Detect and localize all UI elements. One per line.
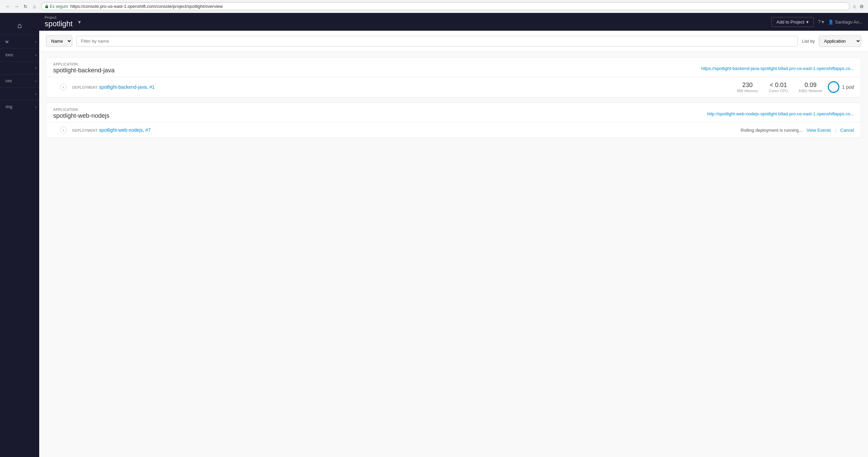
project-dropdown-button[interactable]: ▾ xyxy=(77,17,82,27)
user-icon: 👤 xyxy=(828,19,834,25)
help-label: ? xyxy=(818,19,821,25)
deploy-name-backend-java[interactable]: spotlight-backend-java, #1 xyxy=(99,84,154,90)
extensions-icon: ⚙ xyxy=(859,4,864,9)
rolling-text: Rolling deployment is running... xyxy=(740,128,802,133)
filter-input[interactable] xyxy=(76,36,798,46)
cpu-value: < 0.01 xyxy=(769,82,788,89)
network-label: KiB/s Network xyxy=(799,89,822,93)
chevron-right-icon: › xyxy=(35,105,36,109)
listby-label: List by xyxy=(802,39,815,44)
app-url-web-nodejs[interactable]: http://spotlight-web-nodejs-spotlight.b9… xyxy=(707,111,854,116)
expand-deployment-button[interactable]: › xyxy=(60,84,67,90)
top-nav: Project spotlight ▾ Add to Project ▾ ? ▾… xyxy=(39,13,868,31)
secure-badge: Es seguro xyxy=(45,4,68,9)
listby-select[interactable]: Application Type Name xyxy=(819,35,861,47)
app-name-backend-java: spotlight-backend-java xyxy=(53,67,115,74)
chevron-right-icon: › xyxy=(35,53,36,57)
project-info: Project spotlight xyxy=(45,15,73,28)
application-block-backend-java: APPLICATION spotlight-backend-java https… xyxy=(46,57,861,97)
sidebar-item-storage[interactable]: › xyxy=(0,87,39,100)
memory-label: MiB Memory xyxy=(737,89,758,93)
separator: | xyxy=(835,128,836,133)
sidebar-item-resources-label: ces xyxy=(5,78,12,83)
deployment-row-backend-java: › DEPLOYMENT spotlight-backend-java, #1 … xyxy=(46,77,861,97)
memory-metric: 230 MiB Memory xyxy=(737,82,758,93)
deploy-info-backend-java: DEPLOYMENT spotlight-backend-java, #1 xyxy=(72,84,155,90)
app-container: ⌂ w › ions › › ces › › ring › xyxy=(0,13,868,457)
address-bar[interactable]: Es seguro https://console.pro-us-east-1.… xyxy=(41,2,850,10)
chevron-right-icon: › xyxy=(35,79,36,83)
application-header-web-nodejs: APPLICATION spotlight-web-nodejs http://… xyxy=(46,103,861,123)
view-events-link[interactable]: View Events xyxy=(807,128,831,133)
sidebar-item-overview[interactable]: w › xyxy=(0,35,39,48)
browser-nav-buttons: ← → ↻ ⌂ xyxy=(4,3,38,10)
user-name: Santiago An... xyxy=(835,19,863,25)
metrics-backend-java: 230 MiB Memory < 0.01 Cores CPU 0.09 KiB… xyxy=(737,82,822,93)
deployment-row-web-nodejs: › DEPLOYMENT spotlight-web-nodejs, #7 Ro… xyxy=(46,123,861,138)
filter-bar: Name Label List by Application Type Name xyxy=(39,31,868,52)
deploy-label-web-nodejs: DEPLOYMENT xyxy=(72,129,98,132)
add-chevron-icon: ▾ xyxy=(806,19,809,25)
filter-select-wrapper: Name Label xyxy=(46,35,72,47)
deploy-name-web-nodejs[interactable]: spotlight-web-nodejs, #7 xyxy=(99,127,151,133)
sidebar-item-applications-label: ions xyxy=(5,53,13,57)
deploy-label-backend-java: DEPLOYMENT xyxy=(72,86,98,89)
add-to-project-button[interactable]: Add to Project ▾ xyxy=(772,17,814,27)
project-label: Project xyxy=(45,15,73,19)
browser-actions: ☆ ⚙ xyxy=(852,4,864,9)
forward-button[interactable]: → xyxy=(13,3,20,10)
chevron-right-icon: › xyxy=(35,40,36,44)
app-name-web-nodejs: spotlight-web-nodejs xyxy=(53,112,109,119)
cpu-label: Cores CPU xyxy=(769,89,788,93)
filter-by-select[interactable]: Name Label xyxy=(46,36,72,46)
rolling-status: Rolling deployment is running... View Ev… xyxy=(740,128,854,133)
browser-bar: ← → ↻ ⌂ Es seguro https://console.pro-us… xyxy=(0,0,868,13)
main-area: Name Label List by Application Type Name xyxy=(39,31,868,457)
user-menu-button[interactable]: 👤 Santiago An... xyxy=(828,19,863,25)
app-label-web-nodejs: APPLICATION xyxy=(53,108,109,112)
sidebar-home-button[interactable]: ⌂ xyxy=(0,16,39,35)
pod-ring-icon xyxy=(828,81,839,93)
sidebar-item-applications[interactable]: ions › xyxy=(0,48,39,61)
home-button[interactable]: ⌂ xyxy=(31,3,38,10)
network-value: 0.09 xyxy=(799,82,822,89)
expand-deployment-web-nodejs-button[interactable]: › xyxy=(60,127,67,133)
sidebar-item-resources[interactable]: ces › xyxy=(0,74,39,87)
help-button[interactable]: ? ▾ xyxy=(818,19,824,25)
back-button[interactable]: ← xyxy=(4,3,12,10)
cpu-metric: < 0.01 Cores CPU xyxy=(769,82,788,93)
pod-indicator: 1 pod xyxy=(828,81,854,93)
bookmark-icon: ☆ xyxy=(852,4,857,9)
application-header-backend-java: APPLICATION spotlight-backend-java https… xyxy=(46,58,861,77)
deploy-info-web-nodejs: DEPLOYMENT spotlight-web-nodejs, #7 xyxy=(72,127,151,133)
lock-icon xyxy=(45,4,49,9)
add-to-project-label: Add to Project xyxy=(777,19,805,25)
secure-text: Es seguro xyxy=(50,4,68,9)
svg-rect-0 xyxy=(45,6,48,8)
sidebar: ⌂ w › ions › › ces › › ring › xyxy=(0,13,39,457)
url-text: https://console.pro-us-east-1.openshift.… xyxy=(70,4,846,9)
chevron-right-icon: › xyxy=(35,92,36,96)
help-chevron-icon: ▾ xyxy=(822,19,824,25)
app-label-backend-java: APPLICATION xyxy=(53,62,115,66)
app-info-backend-java: APPLICATION spotlight-backend-java xyxy=(53,62,115,74)
content-area: APPLICATION spotlight-backend-java https… xyxy=(39,52,868,457)
cancel-link[interactable]: Cancel xyxy=(840,128,854,133)
app-info-web-nodejs: APPLICATION spotlight-web-nodejs xyxy=(53,108,109,119)
sidebar-item-monitoring-label: ring xyxy=(5,104,12,109)
network-metric: 0.09 KiB/s Network xyxy=(799,82,822,93)
chevron-right-icon: › xyxy=(35,66,36,70)
memory-value: 230 xyxy=(737,82,758,89)
application-block-web-nodejs: APPLICATION spotlight-web-nodejs http://… xyxy=(46,103,861,138)
app-url-backend-java[interactable]: https://spotlight-backend-java-spotlight… xyxy=(701,66,854,71)
pod-count: 1 pod xyxy=(842,84,854,90)
sidebar-item-builds[interactable]: › xyxy=(0,61,39,74)
sidebar-item-overview-label: w xyxy=(5,39,9,44)
refresh-button[interactable]: ↻ xyxy=(22,3,29,10)
project-name: spotlight xyxy=(45,19,73,28)
sidebar-item-monitoring[interactable]: ring › xyxy=(0,100,39,113)
